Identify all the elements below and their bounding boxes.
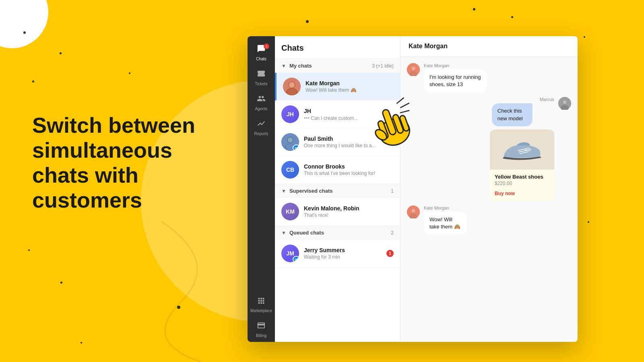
my-chats-section-header[interactable]: ▼ My chats 3 (+1 idle) [275, 59, 400, 73]
msg-sender-marcus: Marcus [492, 97, 554, 102]
msg-avatar-kate [407, 63, 420, 76]
svg-point-26 [563, 100, 567, 104]
supervised-chevron: ▼ [281, 188, 286, 194]
agents-icon [257, 94, 266, 105]
paul-name: Paul Smith [304, 136, 333, 142]
avatar-jerry: JM m [281, 245, 299, 262]
message-row-kate2: Kate Morgan Wow! Will take them 🙈 [407, 206, 571, 234]
chat-item-kate[interactable]: Kate Morgan Wow! Will take them 🙈 [275, 73, 400, 101]
kevin-preview: That's nice! [304, 212, 394, 218]
hero-section: Switch between simultaneous chats with c… [32, 113, 225, 212]
jh-chat-info: JH ••• Can I create custom... [304, 108, 394, 121]
avatar-jh: JH [281, 105, 299, 123]
connor-chat-info: Connor Brooks This is what I've been loo… [304, 163, 394, 176]
product-card-body: Yellow Beast shoes $220.00 Buy now [490, 170, 554, 201]
dot-12 [80, 342, 82, 343]
message-row-marcus: Marcus Check this new model [407, 97, 571, 200]
my-chats-count: 3 (+1 idle) [372, 63, 394, 69]
buy-now-button[interactable]: Buy now [495, 191, 515, 196]
contact-name: Kate Morgan [409, 43, 448, 49]
app-container: 1 Chats Tickets Agents [248, 36, 578, 342]
paul-preview: One more thing I would like to a... [304, 143, 394, 148]
avatar-kevin: KM [281, 203, 299, 220]
hero-title: Switch between simultaneous chats with c… [32, 113, 225, 212]
kevin-name: Kevin Malone, Robin [304, 205, 359, 212]
sidebar-item-marketplace[interactable]: Marketplace [248, 292, 275, 317]
dot-6 [584, 36, 585, 38]
message-row-kate1: Kate Morgan I'm looking for running shoe… [407, 63, 571, 92]
avatar-paul: m [281, 133, 299, 151]
sidebar-nav: 1 Chats Tickets Agents [248, 36, 275, 342]
chat-detail-header: Kate Morgan [400, 36, 578, 57]
msg-avatar-kate2 [407, 206, 420, 218]
sidebar-item-billing[interactable]: Billing [248, 317, 275, 342]
chats-title: Chats [281, 43, 394, 53]
sidebar-reports-label: Reports [254, 132, 268, 136]
kate-name: Kate Morgan [305, 80, 340, 86]
my-chats-chevron: ▼ [281, 63, 286, 69]
connor-name: Connor Brooks [304, 163, 345, 170]
dot-2 [60, 52, 62, 54]
msg-bubble-kate2: Wow! Will take them 🙈 [424, 212, 467, 234]
queued-count: 2 [391, 230, 394, 236]
queued-chevron: ▼ [281, 230, 286, 236]
chat-item-connor[interactable]: CB Connor Brooks This is what I've been … [275, 156, 400, 184]
connor-preview: This is what I've been looking for! [304, 171, 394, 176]
sidebar-tickets-label: Tickets [255, 82, 267, 86]
svg-point-22 [411, 66, 415, 70]
chat-item-jh[interactable]: JH JH ••• Can I create custom... [275, 101, 400, 128]
jh-name: JH [304, 108, 311, 114]
product-price: $220.00 [495, 181, 549, 186]
msg-bubble-marcus: Check this new model [492, 103, 533, 126]
chat-item-kevin[interactable]: KM Kevin Malone, Robin That's nice! [275, 198, 400, 226]
sidebar-item-agents[interactable]: Agents [248, 90, 275, 115]
sidebar-item-reports[interactable]: Reports [248, 115, 275, 140]
msg-sender-kate2: Kate Morgan [424, 206, 490, 210]
chat-list-panel: Chats ▼ My chats 3 (+1 idle) [275, 36, 400, 342]
queued-chats-section-header[interactable]: ▼ Queued chats 2 [275, 226, 400, 240]
dot-3 [129, 72, 130, 74]
chat-list-header: Chats [275, 36, 400, 59]
jerry-name: Jerry Summers [304, 247, 345, 253]
sidebar-item-tickets[interactable]: Tickets [248, 65, 275, 90]
jerry-preview: Waiting for 3 min [304, 254, 386, 260]
sidebar-marketplace-label: Marketplace [250, 309, 272, 313]
kevin-chat-info: Kevin Malone, Robin That's nice! [304, 205, 394, 218]
reports-icon [257, 119, 266, 130]
km-initials: KM [286, 208, 295, 215]
tickets-icon [257, 69, 266, 80]
sidebar-agents-label: Agents [255, 107, 267, 111]
svg-point-17 [288, 138, 293, 142]
jerry-chat-info: Jerry Summers Waiting for 3 min [304, 247, 386, 260]
chat-item-jerry[interactable]: JM m Jerry Summers Waiting for 3 min 1 [275, 240, 400, 267]
sidebar-billing-label: Billing [256, 333, 267, 338]
dot-5 [511, 16, 513, 18]
msg-avatar-marcus [558, 97, 571, 110]
svg-point-28 [525, 148, 531, 152]
supervised-count: 1 [391, 188, 394, 194]
dot-7 [473, 8, 475, 10]
billing-icon [257, 321, 266, 332]
dot-10 [60, 282, 62, 284]
jerry-messenger-badge: m [293, 256, 299, 262]
marketplace-icon [257, 296, 266, 307]
msg-bubble-kate1: I'm looking for running shoes, size 13 [424, 70, 487, 92]
my-chats-label: My chats [289, 63, 372, 69]
jm-initials: JM [286, 250, 294, 257]
jh-preview: ••• Can I create custom... [304, 115, 394, 121]
avatar-connor: CB [281, 161, 299, 179]
product-card: Yellow Beast shoes $220.00 Buy now [490, 130, 554, 201]
msg-sender-kate: Kate Morgan [424, 63, 521, 68]
jh-initials: JH [287, 111, 294, 117]
chat-item-paul[interactable]: m Paul Smith One more thing I would like… [275, 128, 400, 156]
product-image [490, 130, 554, 170]
chat-detail-panel: Kate Morgan Kate Morgan I'm looking for … [400, 36, 578, 342]
supervised-chats-section-header[interactable]: ▼ Supervised chats 1 [275, 184, 400, 198]
sidebar-item-chats[interactable]: 1 Chats [248, 40, 275, 65]
queued-label: Queued chats [289, 230, 391, 236]
supervised-label: Supervised chats [289, 188, 391, 194]
chat-badge: 1 [264, 43, 269, 49]
kate-chat-info: Kate Morgan Wow! Will take them 🙈 [305, 80, 394, 93]
dot-8 [32, 80, 34, 82]
chat-messages: Kate Morgan I'm looking for running shoe… [400, 57, 578, 342]
